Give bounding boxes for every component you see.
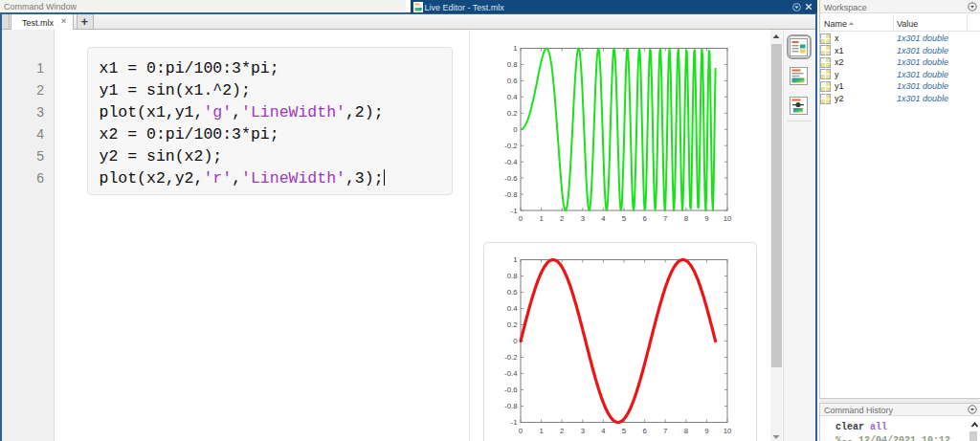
svg-text:0: 0: [513, 124, 518, 133]
svg-text:0.4: 0.4: [507, 304, 519, 313]
svg-text:-1: -1: [511, 206, 518, 214]
svg-text:-0.4: -0.4: [504, 157, 518, 165]
svg-text:0: 0: [513, 337, 518, 345]
svg-text:-0.8: -0.8: [504, 402, 517, 410]
svg-text:4: 4: [601, 426, 606, 434]
svg-text:5: 5: [622, 426, 627, 434]
svg-text:6: 6: [642, 214, 646, 223]
svg-text:-1: -1: [511, 418, 518, 427]
svg-text:-0.4: -0.4: [504, 369, 518, 378]
svg-text:1: 1: [513, 255, 517, 264]
svg-text:3: 3: [581, 426, 585, 434]
svg-text:-0.8: -0.8: [504, 189, 517, 198]
svg-text:-0.6: -0.6: [504, 173, 517, 182]
svg-text:0.8: 0.8: [507, 59, 518, 68]
svg-text:1: 1: [513, 44, 517, 53]
svg-text:0.4: 0.4: [507, 92, 519, 100]
svg-text:-0.2: -0.2: [504, 353, 517, 362]
svg-text:2: 2: [560, 426, 564, 434]
svg-text:1: 1: [539, 214, 543, 223]
svg-text:7: 7: [663, 214, 667, 223]
svg-text:8: 8: [684, 426, 688, 434]
svg-text:0.8: 0.8: [507, 272, 518, 280]
svg-text:0.2: 0.2: [507, 320, 518, 329]
svg-text:10: 10: [724, 426, 732, 434]
svg-text:2: 2: [560, 214, 564, 223]
svg-text:9: 9: [704, 426, 708, 434]
svg-text:3: 3: [581, 214, 585, 223]
svg-text:0.6: 0.6: [507, 288, 518, 297]
svg-text:7: 7: [663, 426, 667, 434]
svg-text:0.2: 0.2: [507, 108, 518, 117]
svg-text:6: 6: [642, 426, 646, 434]
svg-text:0.6: 0.6: [507, 76, 518, 84]
svg-text:0: 0: [519, 426, 523, 434]
svg-text:8: 8: [684, 214, 688, 223]
svg-text:5: 5: [622, 214, 627, 223]
svg-text:-0.6: -0.6: [504, 386, 517, 394]
svg-text:-0.2: -0.2: [504, 141, 517, 149]
svg-text:0: 0: [519, 214, 523, 223]
svg-text:4: 4: [601, 214, 606, 223]
svg-text:1: 1: [539, 426, 543, 434]
svg-text:9: 9: [704, 214, 708, 223]
svg-text:10: 10: [724, 214, 732, 223]
